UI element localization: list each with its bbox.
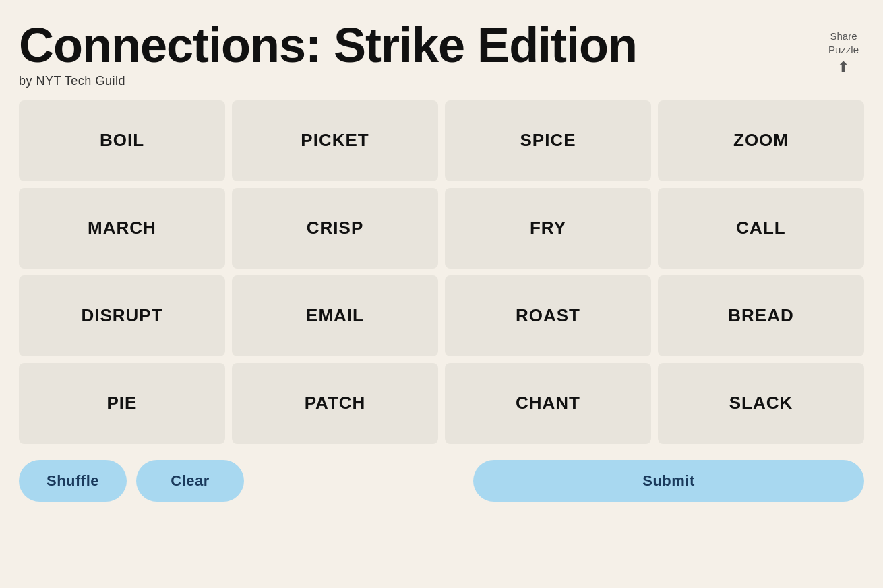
clear-button[interactable]: Clear (136, 460, 244, 502)
card-word: SLACK (729, 393, 793, 414)
card-word: CRISP (307, 218, 363, 238)
card-word: CALL (736, 218, 785, 238)
card-word: DISRUPT (81, 305, 162, 326)
subtitle: by NYT Tech Guild (19, 74, 637, 88)
word-card[interactable]: CRISP (232, 188, 438, 269)
submit-button[interactable]: Submit (473, 460, 864, 502)
card-word: SPICE (520, 130, 576, 151)
title-block: Connections: Strike Edition by NYT Tech … (19, 20, 637, 88)
share-button[interactable]: SharePuzzle ⬆ (823, 27, 864, 79)
share-icon: ⬆ (837, 59, 849, 76)
card-word: ROAST (516, 305, 580, 326)
word-card[interactable]: DISRUPT (19, 275, 225, 356)
word-card[interactable]: BREAD (658, 275, 864, 356)
word-card[interactable]: BOIL (19, 100, 225, 181)
card-word: PICKET (301, 130, 369, 151)
word-card[interactable]: CHANT (445, 363, 651, 444)
word-card[interactable]: MARCH (19, 188, 225, 269)
buttons-row: Shuffle Clear Submit (19, 460, 864, 502)
word-card[interactable]: SLACK (658, 363, 864, 444)
right-buttons: Submit (473, 460, 864, 502)
word-card[interactable]: CALL (658, 188, 864, 269)
card-word: BOIL (100, 130, 144, 151)
share-label: SharePuzzle (828, 30, 859, 56)
word-grid: BOILPICKETSPICEZOOMMARCHCRISPFRYCALLDISR… (19, 100, 864, 444)
shuffle-button[interactable]: Shuffle (19, 460, 127, 502)
word-card[interactable]: ZOOM (658, 100, 864, 181)
page-header: Connections: Strike Edition by NYT Tech … (19, 20, 864, 88)
card-word: PIE (107, 393, 138, 414)
word-card[interactable]: EMAIL (232, 275, 438, 356)
card-word: PATCH (305, 393, 366, 414)
word-card[interactable]: ROAST (445, 275, 651, 356)
card-word: CHANT (516, 393, 580, 414)
word-card[interactable]: FRY (445, 188, 651, 269)
word-card[interactable]: PIE (19, 363, 225, 444)
card-word: EMAIL (306, 305, 364, 326)
card-word: MARCH (88, 218, 156, 238)
word-card[interactable]: SPICE (445, 100, 651, 181)
page-title: Connections: Strike Edition (19, 20, 637, 71)
card-word: ZOOM (733, 130, 789, 151)
word-card[interactable]: PATCH (232, 363, 438, 444)
card-word: BREAD (728, 305, 793, 326)
card-word: FRY (530, 218, 566, 238)
left-buttons: Shuffle Clear (19, 460, 244, 502)
word-card[interactable]: PICKET (232, 100, 438, 181)
